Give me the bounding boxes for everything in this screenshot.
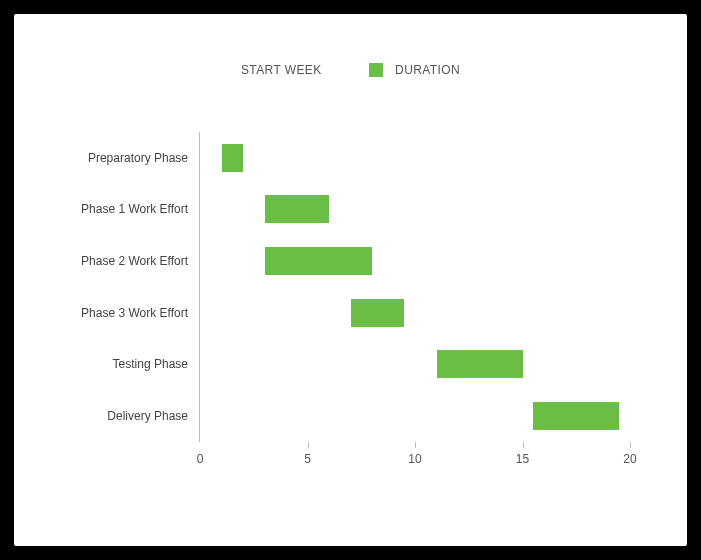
chart-row: Phase 3 Work Effort <box>200 287 630 339</box>
chart-row: Testing Phase <box>200 339 630 391</box>
y-axis-label: Preparatory Phase <box>88 151 188 165</box>
x-tick-label: 15 <box>516 452 529 466</box>
legend-swatch-duration <box>369 63 383 77</box>
x-tick-label: 0 <box>197 452 204 466</box>
gantt-bar <box>222 144 244 172</box>
y-axis-label: Phase 3 Work Effort <box>81 306 188 320</box>
x-tick-label: 10 <box>408 452 421 466</box>
chart-plot-area: 05101520Preparatory PhasePhase 1 Work Ef… <box>199 132 630 442</box>
x-tick-label: 20 <box>623 452 636 466</box>
legend-item-start-week: START WEEK <box>241 62 322 77</box>
x-tick <box>630 442 631 448</box>
chart-row: Delivery Phase <box>200 390 630 442</box>
legend-label-duration: DURATION <box>395 63 460 77</box>
gantt-bar <box>265 195 330 223</box>
y-axis-label: Phase 2 Work Effort <box>81 254 188 268</box>
chart-row: Preparatory Phase <box>200 132 630 184</box>
gantt-bar <box>437 350 523 378</box>
x-tick <box>523 442 524 448</box>
y-axis-label: Testing Phase <box>113 357 188 371</box>
x-tick-label: 5 <box>304 452 311 466</box>
legend-label-start-week: START WEEK <box>241 63 322 77</box>
chart-frame: START WEEK DURATION 05101520Preparatory … <box>0 0 701 560</box>
gantt-bar <box>351 299 405 327</box>
chart-row: Phase 2 Work Effort <box>200 235 630 287</box>
y-axis-label: Delivery Phase <box>107 409 188 423</box>
y-axis-label: Phase 1 Work Effort <box>81 202 188 216</box>
chart-card: START WEEK DURATION 05101520Preparatory … <box>14 14 687 546</box>
legend-item-duration: DURATION <box>369 62 460 77</box>
x-tick <box>415 442 416 448</box>
gantt-bar <box>533 402 619 430</box>
chart-row: Phase 1 Work Effort <box>200 184 630 236</box>
gantt-bar <box>265 247 373 275</box>
x-tick <box>308 442 309 448</box>
chart-legend: START WEEK DURATION <box>14 62 687 77</box>
